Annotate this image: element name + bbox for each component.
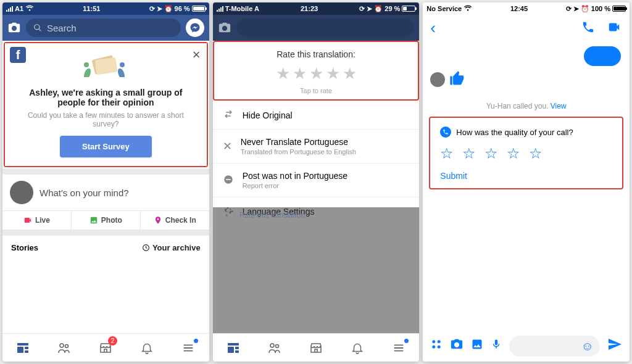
battery-icon (192, 6, 206, 12)
pin-icon (154, 216, 162, 225)
camera-icon[interactable] (7, 21, 21, 35)
wifi-icon (464, 5, 472, 12)
star-icon[interactable]: ★ (309, 64, 323, 83)
gear-icon (223, 212, 230, 219)
nav-newsfeed[interactable] (213, 334, 254, 362)
rating-stars[interactable]: ★ ★ ★ ★ ★ (214, 64, 418, 83)
row-label: Never Translate Portuguese (241, 137, 348, 147)
messenger-header: ‹ (423, 15, 630, 41)
row-hide-original[interactable]: Hide Original (213, 101, 420, 129)
start-survey-button[interactable]: Start Survey (60, 136, 152, 157)
camera-icon[interactable] (450, 337, 464, 355)
app-header-dim (213, 15, 420, 41)
nav-marketplace[interactable]: 2 (85, 334, 127, 362)
nav-menu[interactable] (378, 334, 419, 362)
checkin-button[interactable]: Check In (141, 211, 209, 230)
row-never-translate[interactable]: ✕ Never Translate PortugueseTranslated f… (213, 129, 420, 163)
nav-friends[interactable] (44, 334, 85, 362)
video-call-button[interactable] (606, 20, 622, 36)
nav-menu[interactable] (168, 334, 209, 362)
svg-rect-13 (228, 343, 239, 345)
nav-friends[interactable] (254, 334, 296, 362)
nav-dot (404, 339, 409, 343)
row-report-error[interactable]: Post was not in PortugueseReport error (213, 163, 420, 197)
gallery-icon[interactable] (471, 338, 483, 354)
photo-button[interactable]: Photo (72, 211, 141, 230)
your-archive-button[interactable]: Your archive (142, 243, 201, 252)
search-icon (33, 23, 42, 32)
bottom-nav (213, 333, 420, 362)
reaction-row (423, 66, 630, 93)
photo-icon (89, 216, 98, 225)
voice-call-button[interactable] (581, 20, 595, 36)
call-rating-title: How was the quality of your call? (456, 128, 573, 137)
svg-rect-14 (228, 347, 234, 353)
alarm-icon: ⏰ (374, 5, 383, 13)
message-input[interactable]: ☺ (509, 336, 600, 357)
carrier-label: A1 (15, 5, 23, 12)
star-icon[interactable]: ★ (326, 64, 340, 83)
view-link[interactable]: View (551, 102, 567, 110)
action-sheet: Rate this translation: ★ ★ ★ ★ ★ Tap to … (213, 41, 420, 225)
star-outline-icon[interactable]: ☆ (529, 145, 543, 162)
composer-actions: Live Photo Check In (2, 210, 209, 230)
emoji-icon[interactable]: ☺ (581, 339, 594, 354)
section-gap (2, 168, 209, 175)
row-sublabel: Translated from Portuguese to English (241, 148, 356, 155)
status-time: 11:51 (83, 5, 100, 12)
mic-icon[interactable] (491, 337, 502, 355)
rate-header: Rate this translation: ★ ★ ★ ★ ★ Tap to … (214, 42, 418, 99)
svg-point-2 (84, 62, 89, 67)
send-button[interactable] (607, 337, 622, 355)
section-gap (2, 230, 209, 236)
star-outline-icon[interactable]: ☆ (484, 145, 498, 162)
composer[interactable]: What's on your mind? (2, 175, 209, 210)
nav-marketplace[interactable] (296, 334, 337, 362)
svg-point-18 (276, 344, 279, 347)
svg-point-3 (120, 62, 125, 67)
apps-icon[interactable] (430, 338, 443, 354)
orientation-lock-icon: ⟳ (566, 5, 572, 13)
nav-newsfeed[interactable] (2, 334, 44, 362)
live-button[interactable]: Live (2, 211, 72, 230)
row-label: Post was not in Portuguese (243, 171, 347, 181)
battery-icon (402, 6, 415, 12)
orientation-lock-icon: ⟳ (359, 5, 365, 13)
nav-notifications[interactable] (127, 334, 168, 362)
svg-rect-1 (95, 57, 118, 75)
star-icon[interactable]: ★ (293, 64, 307, 83)
svg-point-10 (65, 344, 69, 347)
message-input-bar: ☺ (423, 331, 630, 362)
svg-point-21 (433, 345, 436, 349)
location-icon: ➤ (367, 5, 372, 13)
star-icon[interactable]: ★ (276, 64, 290, 83)
star-outline-icon[interactable]: ☆ (462, 145, 476, 162)
status-bar: No Service 12:45 ⟳ ➤ ⏰ 100 % (423, 2, 630, 15)
dimmed-overlay[interactable]: · Rate this translation (213, 207, 420, 333)
swap-icon (223, 109, 234, 122)
search-input-dim (236, 19, 415, 37)
star-outline-icon[interactable]: ☆ (440, 145, 454, 162)
app-header: Search (2, 15, 209, 41)
nav-badge: 2 (108, 336, 117, 345)
signal-icon (217, 6, 223, 12)
live-icon (23, 216, 32, 225)
close-icon[interactable]: × (193, 47, 201, 63)
svg-point-19 (433, 340, 436, 343)
signal-icon (6, 6, 13, 12)
star-icon[interactable]: ★ (343, 64, 357, 83)
survey-headline: Ashley, we're asking a small group of pe… (16, 88, 196, 107)
row-sublabel: Report error (243, 182, 347, 189)
status-time: 12:45 (510, 5, 528, 12)
composer-prompt: What's on your mind? (40, 188, 129, 198)
messenger-icon[interactable] (186, 19, 204, 37)
call-rating-stars[interactable]: ☆ ☆ ☆ ☆ ☆ (440, 145, 612, 162)
back-button[interactable]: ‹ (430, 19, 436, 38)
thumbs-up-icon[interactable] (449, 70, 466, 89)
submit-button[interactable]: Submit (440, 171, 612, 181)
nav-notifications[interactable] (336, 334, 378, 362)
stories-header: Stories Your archive (2, 236, 209, 260)
star-outline-icon[interactable]: ☆ (507, 145, 520, 162)
alarm-icon: ⏰ (581, 5, 589, 13)
search-input[interactable]: Search (26, 19, 181, 37)
